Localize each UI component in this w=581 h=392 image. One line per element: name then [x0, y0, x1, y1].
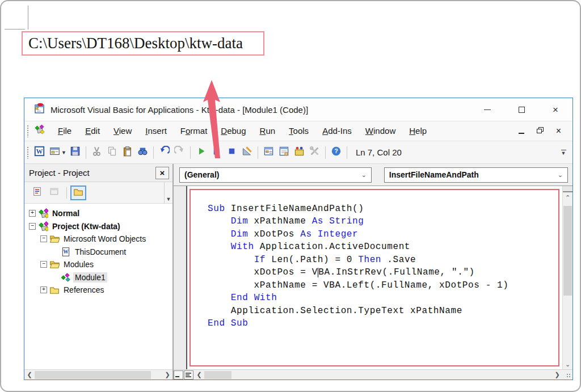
tree-item-project-ktw-data-[interactable]: −Project (Ktw-data) [24, 220, 172, 233]
menubar-drag-handle[interactable] [27, 125, 30, 137]
vba-menu-icon[interactable] [34, 124, 45, 138]
project-panel-close-button[interactable]: × [155, 167, 169, 179]
scroll-up-icon[interactable]: ⌃ [563, 192, 572, 203]
save-button[interactable] [68, 145, 82, 159]
mdi-restore-button[interactable] [537, 127, 544, 136]
menu-view[interactable]: View [107, 124, 138, 138]
collapse-minus-icon[interactable]: − [40, 261, 47, 268]
toggle-folders-button[interactable] [70, 186, 86, 200]
menu-help[interactable]: Help [402, 124, 433, 138]
project-explorer-icon [263, 146, 274, 159]
view-word-button[interactable]: W [32, 145, 47, 159]
menu-file[interactable]: File [51, 124, 78, 138]
object-dropdown[interactable]: (General) ⌄ [179, 167, 372, 183]
paste-button[interactable] [120, 145, 134, 159]
view-object-button[interactable] [46, 186, 62, 200]
scroll-right-icon[interactable]: ❯ [162, 370, 172, 380]
code-hscrollbar[interactable]: ❮ ❯ [194, 370, 562, 380]
redo-button[interactable] [172, 145, 187, 159]
mdi-restore-icon [537, 127, 544, 134]
tree-item-label[interactable]: Project (Ktw-data) [50, 221, 122, 231]
split-handle[interactable] [563, 186, 572, 192]
view-object-icon [49, 187, 59, 199]
menu-insert[interactable]: Insert [138, 124, 174, 138]
insert-userform-button[interactable] [48, 145, 62, 159]
code-editor[interactable]: Sub InsertFileNameAndPath() Dim xPathNam… [208, 191, 546, 365]
tree-item-label[interactable]: Modules [62, 259, 95, 269]
find-button[interactable] [136, 145, 150, 159]
panel-scroll-hint[interactable]: ▼ [164, 182, 172, 203]
tree-item-module1[interactable]: Module1 [24, 271, 172, 284]
project-panel-header[interactable]: Project - Project × [24, 164, 172, 182]
scroll-left-icon[interactable]: ❮ [24, 370, 35, 380]
folder-open-icon [49, 259, 60, 269]
close-button[interactable]: × [538, 98, 572, 121]
vba-project-icon [38, 208, 48, 218]
mdi-window-controls: × [519, 126, 572, 136]
procedure-dropdown[interactable]: InsertFileNameAndPath ⌄ [384, 167, 568, 183]
toolbar-separator [190, 146, 191, 159]
menu-edit[interactable]: Edit [78, 124, 107, 138]
scroll-left-icon[interactable]: ❮ [194, 370, 204, 380]
maximize-icon [519, 107, 525, 113]
tree-item-label[interactable]: Microsoft Word Objects [62, 234, 148, 244]
properties-window-button[interactable] [277, 145, 291, 159]
project-explorer-panel: Project - Project × ▼ +Normal−Project (K… [24, 164, 174, 380]
expand-plus-icon[interactable]: + [29, 210, 36, 217]
undo-icon [159, 146, 170, 159]
copy-button[interactable] [105, 145, 119, 159]
help-button[interactable]: ? [329, 145, 343, 159]
svg-text:W: W [63, 248, 69, 255]
procedure-view-button[interactable] [174, 370, 183, 380]
tree-item-microsoft-word-objects[interactable]: −Microsoft Word Objects [24, 233, 172, 246]
tree-item-modules[interactable]: −Modules [24, 258, 172, 271]
expand-plus-icon[interactable]: + [40, 286, 47, 293]
object-browser-button[interactable] [292, 145, 306, 159]
project-tree-hscrollbar[interactable]: ❮ ❯ [24, 369, 172, 380]
code-line: Application.Selection.TypeText xPathName [208, 306, 546, 319]
cut-button[interactable] [90, 145, 104, 159]
menu-addins[interactable]: Add-Ins [315, 124, 359, 138]
chevron-down-icon[interactable]: ▼ [61, 150, 66, 155]
tree-item-label[interactable]: ThisDocument [73, 247, 128, 257]
scroll-down-icon[interactable]: ⌄ [563, 359, 572, 369]
mdi-close-button[interactable]: × [556, 126, 561, 136]
code-margin-strip [174, 186, 187, 369]
undo-button[interactable] [157, 145, 171, 159]
tree-item-normal[interactable]: +Normal [24, 207, 172, 220]
project-explorer-button[interactable] [262, 145, 276, 159]
menu-run[interactable]: Run [253, 124, 283, 138]
paste-icon [122, 146, 133, 159]
full-module-view-button[interactable] [184, 370, 193, 380]
scroll-right-icon[interactable]: ❯ [552, 370, 562, 380]
tree-item-references[interactable]: +References [24, 284, 172, 297]
design-mode-icon [242, 146, 252, 159]
vscroll-track[interactable] [563, 203, 572, 359]
vscroll-thumb[interactable] [563, 206, 572, 296]
tree-item-label[interactable]: Module1 [73, 272, 107, 283]
toolbox-button[interactable] [308, 145, 322, 159]
resize-grip[interactable] [562, 370, 572, 380]
code-line: End Sub [208, 318, 546, 331]
maximize-button[interactable] [504, 98, 538, 121]
minimize-button[interactable] [470, 98, 504, 121]
design-mode-button[interactable] [240, 145, 254, 159]
hscroll-thumb[interactable] [35, 371, 151, 379]
mdi-minimize-button[interactable] [519, 128, 524, 134]
view-code-button[interactable] [29, 186, 45, 200]
toolbox-icon [309, 146, 320, 159]
tree-item-label[interactable]: Normal [50, 208, 81, 218]
tree-item-thisdocument[interactable]: WThisDocument [24, 246, 172, 259]
toolbar-drag-handle[interactable] [27, 146, 30, 159]
menu-tools[interactable]: Tools [282, 124, 315, 138]
hscroll-thumb[interactable] [204, 371, 231, 379]
collapse-minus-icon[interactable]: − [29, 223, 36, 230]
code-vscrollbar[interactable]: ⌃ ⌄ [562, 186, 572, 369]
vba-editor-window: Microsoft Visual Basic for Applications … [24, 98, 573, 380]
word-doc-icon: W [61, 247, 71, 257]
menu-window[interactable]: Window [359, 124, 402, 138]
collapse-minus-icon[interactable]: − [40, 235, 47, 242]
tree-item-label[interactable]: References [62, 285, 106, 295]
menu-items: FileEditViewInsertFormatDebugRunToolsAdd… [51, 126, 433, 136]
toolbar-overflow-button[interactable]: ▼ [559, 150, 568, 155]
